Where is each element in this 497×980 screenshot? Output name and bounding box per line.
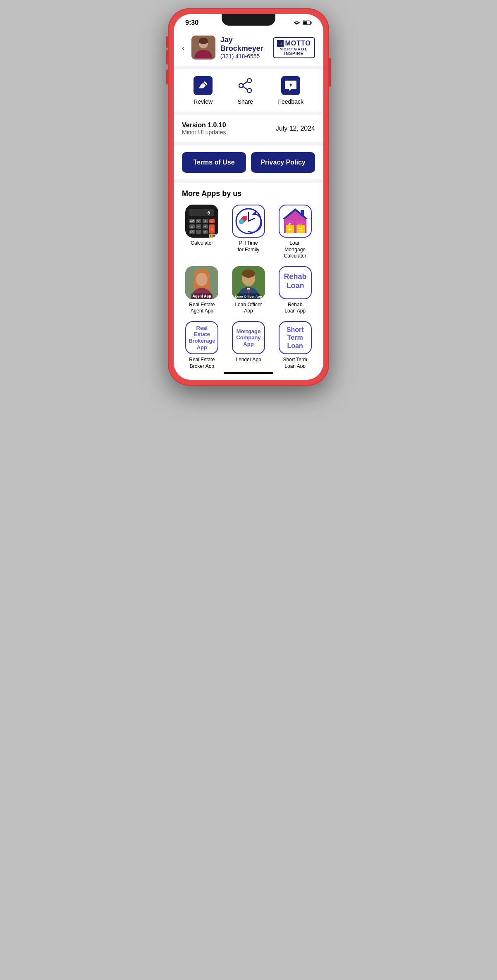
loan-officer-icon: Loan Officer App: [232, 266, 265, 299]
wifi-icon: [294, 20, 300, 25]
power-button: [329, 58, 331, 87]
loan-mortgage-label: LoanMortgageCalculator: [284, 240, 306, 260]
svg-text:+: +: [204, 224, 206, 229]
user-phone: (321) 418-6555: [220, 53, 268, 60]
svg-point-62: [196, 273, 208, 286]
svg-text:AC: AC: [190, 219, 194, 223]
svg-text:=: =: [211, 227, 213, 231]
user-info: Jay Brockmeyer (321) 418-6555: [220, 36, 268, 60]
version-info: Version 1.0.10 Minor UI updates: [182, 122, 226, 136]
header-card: ‹ Jay Brockmeyer (321) 418-65: [174, 29, 323, 66]
calculator-icon: 0 AC % ÷ × X: [185, 205, 218, 238]
loan-mortgage-icon: $ % + =: [279, 205, 312, 238]
pill-time-icon: [232, 205, 265, 238]
battery-icon: [303, 20, 312, 25]
svg-rect-2: [311, 22, 311, 24]
review-action[interactable]: Review: [194, 76, 213, 105]
volume-up-button: [166, 50, 168, 64]
feedback-icon: !: [281, 76, 300, 95]
share-action[interactable]: Share: [236, 76, 255, 105]
svg-point-0: [296, 24, 298, 25]
back-button[interactable]: ‹: [182, 43, 185, 52]
svg-point-9: [239, 83, 243, 88]
version-card: Version 1.0.10 Minor UI updates July 12,…: [174, 115, 323, 142]
review-label: Review: [194, 98, 213, 105]
status-icons: [294, 20, 312, 25]
version-date: July 12, 2024: [276, 125, 315, 132]
home-bar: [224, 372, 273, 374]
review-icon: [194, 76, 213, 95]
svg-text:+: +: [288, 226, 292, 233]
svg-text:X: X: [191, 225, 194, 229]
phone-frame: 9:30 ‹: [168, 8, 329, 386]
screen-content: ‹ Jay Brockmeyer (321) 418-65: [174, 29, 323, 368]
real-estate-agent-label: Real EstateAgent App: [189, 302, 215, 315]
svg-marker-47: [252, 211, 256, 215]
app-real-estate-broker[interactable]: Real EstateBrokerageApp Real EstateBroke…: [182, 321, 222, 368]
app-calculator[interactable]: 0 AC % ÷ × X: [182, 205, 222, 260]
lender-app-label: Lender App: [236, 357, 261, 363]
motto-square-icon: [277, 40, 284, 47]
motto-logo: MOTTO MORTGAGE INSPIRE: [273, 37, 315, 58]
rehab-loan-icon: Rehab Loan: [279, 266, 312, 299]
app-short-term-loan[interactable]: ShortTermLoan Short TermLoan App: [275, 321, 315, 368]
svg-text:Loan: Loan: [286, 281, 304, 290]
svg-text:.: .: [198, 230, 199, 234]
short-term-loan-text: ShortTermLoan: [287, 326, 304, 350]
short-term-loan-icon: ShortTermLoan: [279, 321, 312, 354]
svg-rect-50: [301, 210, 304, 216]
app-real-estate-agent[interactable]: Agent App Agent App Real EstateAgent App: [182, 266, 222, 315]
svg-text:Agent App: Agent App: [193, 294, 212, 298]
svg-point-8: [247, 79, 251, 83]
svg-text:−: −: [198, 225, 200, 229]
more-apps-card: More Apps by us 0 AC: [174, 183, 323, 368]
real-estate-broker-icon: Real EstateBrokerageApp: [185, 321, 218, 354]
privacy-policy-button[interactable]: Privacy Policy: [251, 152, 315, 173]
svg-point-10: [247, 88, 251, 93]
lender-app-icon: MortgageCompanyApp: [232, 321, 265, 354]
app-loan-officer[interactable]: Loan Officer App Loan OfficerApp: [229, 266, 269, 315]
app-lender[interactable]: MortgageCompanyApp Lender App: [229, 321, 269, 368]
pill-time-label: Pill Timefor Family: [238, 240, 260, 253]
motto-inspire: INSPIRE: [284, 51, 303, 56]
svg-line-44: [248, 218, 255, 221]
version-title: Version 1.0.10: [182, 122, 226, 129]
real-estate-agent-icon: Agent App Agent App: [185, 266, 218, 299]
broker-app-text: Real EstateBrokerageApp: [189, 325, 215, 351]
app-loan-mortgage[interactable]: $ % + = Lo: [275, 205, 315, 260]
notch: [222, 14, 275, 26]
svg-text:=: =: [299, 226, 302, 233]
svg-rect-17: [189, 209, 214, 216]
home-indicator: [174, 368, 323, 380]
real-estate-broker-label: Real EstateBroker App: [189, 357, 215, 368]
rehab-loan-label: RehabLoan App: [284, 302, 306, 315]
share-label: Share: [238, 98, 253, 105]
feedback-label: Feedback: [278, 98, 303, 105]
svg-text:FREE: FREE: [210, 234, 218, 237]
svg-text:×: ×: [211, 219, 213, 223]
app-rehab-loan[interactable]: Rehab Loan RehabLoan App: [275, 266, 315, 315]
version-subtitle: Minor UI updates: [182, 129, 226, 136]
svg-text:!: !: [290, 83, 292, 88]
status-time: 9:30: [185, 19, 198, 26]
loan-officer-label: Loan OfficerApp: [235, 302, 262, 315]
terms-of-use-button[interactable]: Terms of Use: [182, 152, 246, 173]
svg-line-11: [243, 81, 248, 85]
svg-text:%: %: [197, 219, 200, 223]
feedback-action[interactable]: ! Feedback: [278, 76, 303, 105]
svg-line-12: [243, 86, 248, 90]
motto-text: MOTTO: [285, 40, 311, 47]
svg-text:0: 0: [208, 210, 210, 216]
app-pill-time[interactable]: Pill Timefor Family: [229, 205, 269, 260]
svg-point-68: [242, 269, 255, 278]
silent-switch: [166, 36, 168, 48]
svg-text:⌫: ⌫: [190, 230, 194, 234]
svg-text:Loan Officer App: Loan Officer App: [235, 295, 262, 298]
short-term-loan-label: Short TermLoan App: [283, 357, 307, 368]
calculator-label: Calculator: [191, 240, 213, 247]
avatar: [191, 36, 215, 60]
terms-privacy-card: Terms of Use Privacy Policy: [174, 145, 323, 179]
svg-text:0: 0: [205, 230, 207, 234]
share-icon: [236, 76, 255, 95]
svg-text:÷: ÷: [205, 219, 207, 223]
